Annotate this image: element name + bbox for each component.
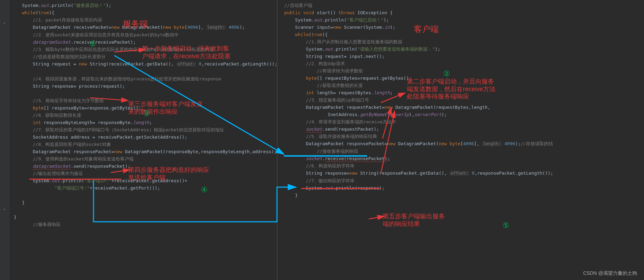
code xyxy=(14,206,274,213)
editor-container: ▸ ▸ System.out.println("服务器启动！"); while(… xyxy=(0,0,644,280)
code: socket.send(requestPacket); xyxy=(284,125,641,133)
code: System.out.println("服务器启动！"); xyxy=(14,2,274,9)
code-comment: //2、使用socket来接收应用层信息并将其存放在packet的byte数组中 xyxy=(14,31,274,38)
code-comment: //9、使用构造的socket对象将响应发送给客户端 xyxy=(14,155,274,163)
code-comment: //3、截取byte数组中应用层信息的实际长度的内容，比如hello就截取hel… xyxy=(14,46,274,53)
code: System.out.println("请输入您想要发送给服务端的数据："); xyxy=(284,45,641,53)
code: while(true){ xyxy=(284,31,641,38)
code-comment: //也就是获取数据报的实际长度部分 xyxy=(14,53,274,60)
code: String response= process(request); xyxy=(14,82,274,90)
code-comment: //服务器响应 xyxy=(14,221,274,228)
code xyxy=(14,90,274,97)
code-comment: //7、输出响应的字符串 xyxy=(284,177,641,184)
code: InetAddress.getByName(serverIp),serverPo… xyxy=(284,111,641,118)
code-comment: //输出处理结果作为验证 xyxy=(14,170,274,177)
code: datagramSocket.receive(receivePacket); xyxy=(14,38,274,46)
code: DatagramPacket requestPacket=new Datagra… xyxy=(284,104,641,111)
code: int responseByteLength= responseByte.len… xyxy=(14,119,274,126)
gutter: ▸ ▸ xyxy=(0,0,10,280)
code: DatagramPacket responsePacket=new Datagr… xyxy=(14,148,274,155)
code: int length= requestBytes.length; xyxy=(284,89,641,96)
code-comment: //2、构造Udp请求 xyxy=(284,60,641,67)
code: String request= input.next(); xyxy=(284,53,641,60)
code: byte[] responseByte=response.getBytes(); xyxy=(14,104,274,112)
code-comment: //启动客户端 xyxy=(284,2,641,9)
gutter-breakpoint-icon[interactable]: ▸ xyxy=(3,207,6,211)
code: } xyxy=(284,192,641,199)
code: System.out.println(response); xyxy=(284,184,641,192)
code-comment: //6、获取响应数组长度 xyxy=(14,112,274,119)
code-comment: //4、将请求发送到服务端的receive方法中 xyxy=(284,118,641,125)
code: datagramSocket.send(responsePacket); xyxy=(14,163,274,170)
code: DatagramPacket responsePacket=new Datagr… xyxy=(284,140,641,148)
code: socket.receive(responsePacket); xyxy=(284,155,641,162)
code-comment: //6、构造响应的字符串 xyxy=(284,162,641,169)
code: SocketAddress address = receivePacket.ge… xyxy=(14,133,274,141)
code: } xyxy=(14,213,274,221)
code-comment: //5、将响应字符串转化为字节数组 xyxy=(14,97,274,104)
code: public void start() throws IOException { xyxy=(284,9,641,16)
code: "客户端端口号:"+receivePacket.getPort()); xyxy=(14,184,274,192)
code xyxy=(14,192,274,199)
code-comment: //3、指定服务端的ip和端口号 xyxy=(284,96,641,104)
code: while(true){ xyxy=(14,9,274,16)
code-comment: //8、构造返回给客户端的socket对象 xyxy=(14,141,274,148)
code: String response=new String(responsePacke… xyxy=(284,169,641,177)
code: byte[] requestBytes=request.getBytes(); xyxy=(284,75,641,82)
code: String request = new String(receivePacke… xyxy=(14,60,274,68)
code-comment: //将请求转为请求数组 xyxy=(284,67,641,75)
code-comment: //1.用户从控制台输入想要发送给服务端的数据 xyxy=(284,38,641,45)
gutter-arrow-icon[interactable]: ▸ xyxy=(3,21,6,25)
client-code-pane[interactable]: //启动客户端 public void start() throws IOExc… xyxy=(277,0,644,280)
server-code-pane[interactable]: System.out.println("服务器启动！"); while(true… xyxy=(10,0,277,280)
code-comment: //7、获取对应的客户端的IP和端口号（SocketAddress）根据pack… xyxy=(14,126,274,133)
code: DatagramPacket receivePacket=new Datagra… xyxy=(14,24,274,31)
code-comment: //1、packet存放接收应用层内容 xyxy=(14,16,274,24)
code: System.out.println("客户端已启动！"); xyxy=(284,16,641,24)
code-comment: //接收服务端的响应 xyxy=(284,148,641,155)
code: } xyxy=(14,199,274,206)
code-comment: //获取请求数组的长度 xyxy=(284,82,641,89)
code-comment: //4、模拟回显服务器，将提取出来的数据报传给process进行处理并把响应赋值… xyxy=(14,75,274,82)
code: Scanner input=new Scanner(System.in); xyxy=(284,24,641,31)
watermark: CSDN @渴望力量的土狗 xyxy=(583,270,637,277)
code: System.out.println("客户端IP:"+receivePacke… xyxy=(14,177,274,184)
code xyxy=(14,68,274,75)
code-comment: //5、读取并接收服务端的响应结果 xyxy=(284,133,641,140)
